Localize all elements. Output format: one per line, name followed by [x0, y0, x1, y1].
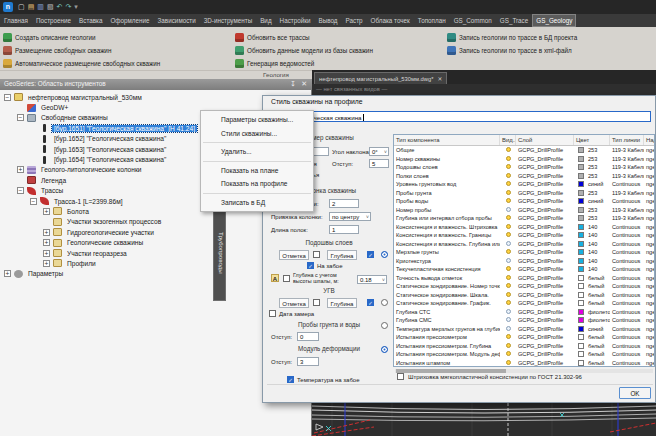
deform-group-radio[interactable]	[381, 346, 388, 353]
table-row[interactable]: Текучепластичная консистенция GCPG_Drill…	[394, 265, 654, 274]
context-menu-item[interactable]: Удалить...	[201, 145, 313, 159]
text-style-icon[interactable]: A	[271, 274, 279, 282]
visibility-bulb-icon[interactable]	[506, 343, 511, 348]
table-row[interactable]: Уровень грунтовых вод GCPG_DrillProfile …	[394, 180, 654, 189]
tree-toggle[interactable]	[4, 94, 11, 101]
visibility-bulb-icon[interactable]	[506, 266, 511, 271]
visibility-bulb-icon[interactable]	[506, 181, 511, 186]
pin-icon[interactable]: ↧	[290, 80, 296, 88]
column-width-input[interactable]: 2	[329, 199, 359, 208]
ribbon-tab[interactable]: Вставка	[75, 14, 106, 27]
visibility-bulb-icon[interactable]	[506, 351, 511, 356]
ugv-mark-button[interactable]: Отметка	[279, 298, 309, 308]
tree-toggle[interactable]	[43, 229, 50, 236]
table-row[interactable]: Криотекстура GCPG_DrillProfile 140 Conti…	[394, 257, 654, 266]
visibility-bulb-icon[interactable]	[506, 334, 511, 339]
redo-icon[interactable]: ↷	[65, 2, 71, 12]
context-menu-item[interactable]	[203, 161, 311, 162]
visibility-bulb-icon[interactable]	[506, 190, 511, 195]
table-row[interactable]: Пробы воды GCPG_DrillProfile синий Conti…	[394, 197, 654, 206]
ugv-mark-checkbox[interactable]	[313, 299, 320, 306]
visibility-bulb-icon[interactable]	[506, 215, 511, 220]
ugv-depth-checkbox[interactable]	[367, 299, 374, 306]
undo-icon[interactable]: ↶	[57, 2, 63, 12]
ok-button[interactable]: OK	[619, 387, 651, 399]
tree-toggle[interactable]	[43, 250, 50, 257]
table-hscrollbar[interactable]	[395, 369, 653, 373]
table-row[interactable]: Глубина или интервал отбора пробы GCPG_D…	[394, 214, 654, 223]
visibility-bulb-icon[interactable]	[506, 275, 511, 280]
visibility-bulb-icon[interactable]	[506, 198, 511, 203]
ribbon-button[interactable]: Создать описание геологии	[3, 31, 235, 44]
tree-toggle[interactable]	[43, 239, 50, 246]
ribbon-tab[interactable]: Вид	[256, 14, 275, 27]
context-menu-item[interactable]: Показать на профиле	[201, 177, 313, 191]
context-menu-item[interactable]	[203, 193, 311, 194]
visibility-bulb-icon[interactable]	[506, 156, 511, 161]
at-bottom-checkbox[interactable]	[307, 262, 314, 269]
ribbon-tab[interactable]: Облака точек	[367, 14, 414, 27]
table-row[interactable]: Номер скважины GCPG_DrillProfile 253 119…	[394, 155, 654, 164]
context-menu-item[interactable]	[203, 142, 311, 143]
ribbon-tab[interactable]: GS_Trace	[496, 14, 532, 27]
ribbon-button[interactable]: Обновить данные модели из базы скважин	[235, 44, 447, 57]
ribbon-tab[interactable]: Построение	[32, 14, 75, 27]
context-menu-item[interactable]: Показать на плане	[201, 164, 313, 178]
shelf-length-input[interactable]: 1	[329, 225, 359, 234]
context-menu-item[interactable]: Параметры скважины...	[201, 113, 313, 127]
table-row[interactable]: Номер пробы GCPG_DrillProfile 253 119-3 …	[394, 206, 654, 215]
table-row[interactable]: Мерзлые грунты GCPG_DrillProfile 140 Con…	[394, 248, 654, 257]
tree-toggle[interactable]	[43, 208, 50, 215]
ribbon-tab[interactable]: Оформление	[106, 14, 153, 27]
ugv-depth-button[interactable]: Глубина	[327, 298, 357, 308]
tree-toggle[interactable]	[17, 187, 24, 194]
column-align-select[interactable]: по центру	[329, 212, 371, 221]
number-offset-input[interactable]: 5	[369, 159, 389, 168]
sole-depth-checkbox[interactable]	[367, 251, 374, 258]
bottom-temp-checkbox[interactable]	[287, 376, 294, 383]
pipelines-vertical-tab[interactable]: Трубопроводы	[213, 205, 226, 301]
gost-hatch-checkbox[interactable]	[397, 373, 404, 380]
open-file-icon[interactable]: ▤	[28, 2, 35, 12]
tree-toggle[interactable]	[17, 166, 24, 173]
samples-offset-input[interactable]: 0	[297, 332, 319, 341]
visibility-bulb-icon[interactable]	[506, 224, 511, 229]
soles-group-radio[interactable]	[381, 251, 388, 258]
context-menu-item[interactable]: Стили скважины...	[201, 127, 313, 141]
angle-select[interactable]: 0°	[369, 147, 389, 156]
table-row[interactable]: Общие GCPG_DrillProfile 253 119-3 Кабель…	[394, 146, 654, 155]
ribbon-button[interactable]: Обновить все трассы	[235, 31, 447, 44]
ribbon-button[interactable]: Генерация ведомостей	[235, 57, 447, 70]
ribbon-button[interactable]: Запись геологии по трассе в xml-файл	[447, 44, 623, 57]
tree-toggle[interactable]	[17, 114, 24, 121]
tree-toggle[interactable]	[4, 270, 11, 277]
table-row[interactable]: Статическое зондирование. График. GCPG_D…	[394, 299, 654, 308]
measure-date-checkbox[interactable]	[269, 310, 276, 317]
table-row[interactable]: Глубина СМС GCPG_DrillProfile фиолетовый…	[394, 316, 654, 325]
new-file-icon[interactable]: ▢	[18, 2, 25, 12]
table-row[interactable]: Полки слоев GCPG_DrillProfile 253 119-3 …	[394, 172, 654, 181]
table-row[interactable]: Статическое зондирование. Номер точки. G…	[394, 282, 654, 291]
document-tab[interactable]: нефтепровод магистральный_530мм.dwg* ✕	[314, 72, 447, 84]
col-header-layer[interactable]: Слой	[516, 135, 574, 145]
ribbon-button[interactable]: Запись геологии по трассе в БД проекта	[447, 31, 623, 44]
ribbon-tab[interactable]: 3D-инструменты	[200, 14, 256, 27]
ribbon-tab[interactable]: Топоплан	[414, 14, 450, 27]
tree-toggle[interactable]	[43, 260, 50, 267]
visibility-bulb-icon[interactable]	[506, 258, 511, 263]
ribbon-tab[interactable]: GS_Geology	[532, 14, 576, 27]
tree-toggle[interactable]	[30, 198, 37, 205]
table-row[interactable]: Консистенция и влажность. Границы GCPG_D…	[394, 231, 654, 240]
close-icon[interactable]: ✕	[301, 80, 307, 88]
table-row[interactable]: Точность вывода отметок GCPG_DrillProfil…	[394, 274, 654, 283]
table-row[interactable]: Испытания штампом GCPG_DrillProfile белы…	[394, 359, 654, 368]
sole-depth-button[interactable]: Глубина	[327, 250, 357, 260]
ribbon-tab[interactable]: Настройки	[276, 14, 315, 27]
table-row[interactable]: Испытания прессиометром GCPG_DrillProfil…	[394, 333, 654, 342]
table-row[interactable]: Испытания прессиометром. Глубина GCPG_Dr…	[394, 342, 654, 351]
visibility-bulb-icon[interactable]	[506, 249, 511, 254]
visibility-bulb-icon[interactable]	[506, 326, 511, 331]
table-row[interactable]: Глубина СТС GCPG_DrillProfile фиолетовый…	[394, 308, 654, 317]
tab-close-icon[interactable]: ✕	[438, 73, 443, 85]
visibility-bulb-icon[interactable]	[506, 283, 511, 288]
